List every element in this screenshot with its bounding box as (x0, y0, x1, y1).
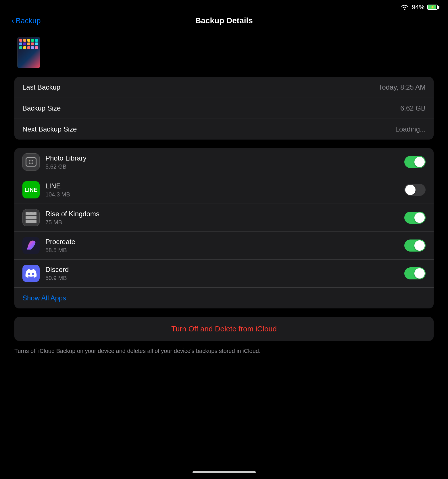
battery-body: ⚡ (427, 5, 438, 10)
back-chevron-icon: ‹ (11, 16, 14, 25)
device-thumbnail (17, 37, 40, 68)
backup-size-row: Backup Size 6.62 GB (14, 98, 434, 119)
toggle-thumb (414, 157, 425, 167)
apps-card: Photo Library 5.62 GB LINE LINE 104.3 MB (14, 148, 434, 308)
procreate-info: Procreate 58.5 MB (45, 238, 399, 254)
rok-toggle[interactable] (404, 212, 426, 224)
photo-library-toggle[interactable] (404, 156, 426, 168)
last-backup-value: Today, 8:25 AM (378, 83, 426, 91)
backup-size-value: 6.62 GB (400, 104, 426, 112)
rok-size: 75 MB (45, 219, 399, 226)
toggle-thumb (414, 268, 425, 279)
line-toggle[interactable] (404, 184, 426, 196)
toggle-thumb (405, 185, 416, 195)
line-size: 104.3 MB (45, 191, 399, 198)
camera-shape (26, 157, 36, 167)
back-label: Backup (16, 16, 41, 25)
camera-lens (29, 160, 33, 164)
app-row-discord: Discord 50.9 MB (14, 260, 434, 287)
delete-card: Turn Off and Delete from iCloud (14, 317, 434, 341)
discord-size: 50.9 MB (45, 275, 399, 281)
app-row-procreate: Procreate 58.5 MB (14, 232, 434, 260)
line-icon: LINE (22, 181, 40, 198)
procreate-size: 58.5 MB (45, 247, 399, 254)
rok-name: Rise of Kingdoms (45, 210, 399, 218)
rok-info: Rise of Kingdoms 75 MB (45, 210, 399, 226)
app-row-photo-library: Photo Library 5.62 GB (14, 148, 434, 176)
delete-label: Turn Off and Delete from iCloud (171, 325, 277, 333)
photo-library-info: Photo Library 5.62 GB (45, 154, 399, 170)
procreate-svg (25, 239, 37, 252)
device-thumbnail-inner (18, 37, 40, 68)
line-info: LINE 104.3 MB (45, 182, 399, 198)
grid-icon-shape (26, 212, 36, 223)
photo-library-name: Photo Library (45, 154, 399, 162)
svg-point-0 (404, 9, 405, 10)
device-thumbnail-area (0, 31, 448, 77)
app-row-line: LINE LINE 104.3 MB (14, 176, 434, 204)
description-text: Turns off iCloud Backup on your device a… (14, 347, 434, 355)
home-indicator (193, 466, 256, 476)
procreate-icon (22, 237, 40, 254)
app-row-rok: Rise of Kingdoms 75 MB (14, 204, 434, 232)
delete-button[interactable]: Turn Off and Delete from iCloud (14, 317, 434, 341)
procreate-name: Procreate (45, 238, 399, 246)
next-backup-size-value: Loading... (395, 125, 426, 133)
discord-toggle[interactable] (404, 267, 426, 279)
back-button[interactable]: ‹ Backup (11, 16, 41, 25)
discord-name: Discord (45, 266, 399, 274)
discord-svg (25, 269, 37, 278)
photo-library-size: 5.62 GB (45, 163, 399, 170)
procreate-toggle[interactable] (404, 240, 426, 252)
line-icon-text: LINE (24, 187, 38, 193)
show-all-apps-label[interactable]: Show All Apps (22, 294, 66, 302)
battery-charging-icon: ⚡ (430, 5, 435, 9)
backup-info-card: Last Backup Today, 8:25 AM Backup Size 6… (14, 77, 434, 140)
battery-percent: 94% (412, 3, 424, 11)
next-backup-size-label: Next Backup Size (22, 125, 77, 133)
last-backup-label: Last Backup (22, 83, 60, 91)
photo-library-icon (22, 153, 40, 171)
status-bar: 94% ⚡ (0, 0, 448, 13)
discord-icon (22, 265, 40, 282)
last-backup-row: Last Backup Today, 8:25 AM (14, 77, 434, 98)
toggle-thumb (414, 213, 425, 223)
home-bar (193, 471, 256, 473)
backup-size-label: Backup Size (22, 104, 61, 112)
line-name: LINE (45, 182, 399, 190)
show-all-apps-row[interactable]: Show All Apps (14, 287, 434, 308)
wifi-icon (400, 4, 409, 10)
battery-tip (438, 6, 439, 9)
battery-icon: ⚡ (427, 5, 439, 10)
discord-info: Discord 50.9 MB (45, 266, 399, 281)
ipad-screen-icons (18, 37, 40, 51)
page-title: Backup Details (195, 16, 253, 25)
toggle-thumb (414, 240, 425, 251)
rok-icon (22, 209, 40, 226)
next-backup-size-row: Next Backup Size Loading... (14, 119, 434, 140)
nav-header: ‹ Backup Backup Details (0, 13, 448, 31)
